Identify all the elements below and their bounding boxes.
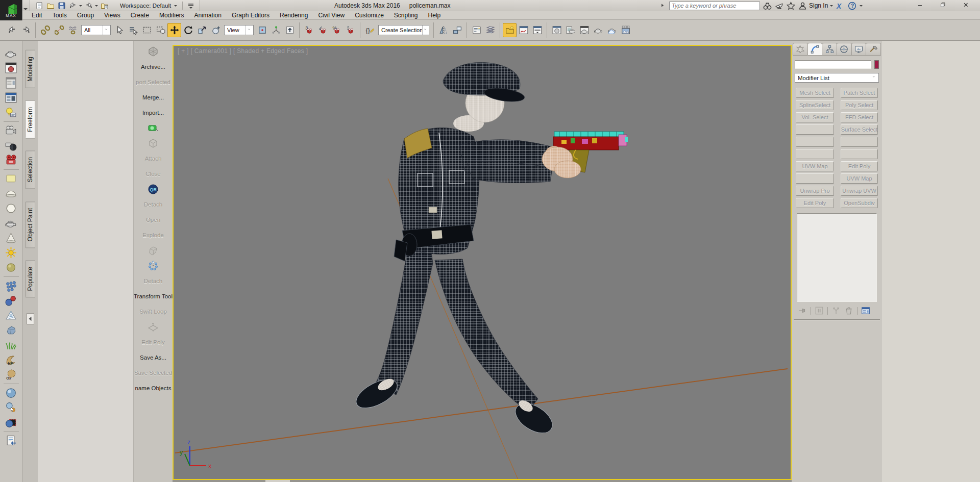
exchange-apps-icon[interactable]: X <box>836 2 845 10</box>
close-button[interactable] <box>955 0 978 10</box>
undo-button[interactable] <box>68 1 78 10</box>
teapot-button[interactable] <box>4 46 19 60</box>
ribbon-tab-selection[interactable]: Selection <box>25 150 35 189</box>
named-selection-dropdown[interactable]: Create Selection Se <box>378 25 429 35</box>
tab-motion[interactable] <box>837 43 852 56</box>
modifier-button-poly-select[interactable]: Poly Select <box>841 100 878 110</box>
coordinate-system-dropdown[interactable]: View <box>224 25 254 35</box>
keyboard-override-button[interactable] <box>283 23 297 37</box>
application-menu-caret-icon[interactable] <box>23 8 28 12</box>
render-setup-button[interactable] <box>564 23 577 37</box>
render-production-button[interactable] <box>591 23 605 37</box>
redo-button[interactable] <box>19 23 33 37</box>
modifier-list-dropdown[interactable]: Modifier List <box>795 73 879 83</box>
modifier-button-unwrap-uvw[interactable]: Unwrap UVW <box>841 186 878 196</box>
redo-button[interactable] <box>84 1 93 10</box>
ribbon-button-attach[interactable]: Attach <box>134 151 173 166</box>
application-menu-button[interactable]: MAX <box>0 0 22 20</box>
wire-cube-button[interactable] <box>134 243 173 258</box>
window-crossing-button[interactable] <box>154 23 167 37</box>
menu-customize[interactable]: Customize <box>350 11 389 19</box>
save-file-button[interactable] <box>57 1 66 10</box>
light-lister-button[interactable] <box>4 106 19 119</box>
layer-manager-button[interactable] <box>470 23 483 37</box>
help-icon[interactable]: ? <box>848 2 856 10</box>
material-editor-button[interactable] <box>550 23 564 37</box>
sign-in-button[interactable]: Sign In <box>798 2 833 10</box>
modifier-button-mesh-select[interactable]: Mesh Select <box>796 88 834 98</box>
selection-filter-dropdown[interactable]: All <box>81 25 111 35</box>
menu-scripting[interactable]: Scripting <box>389 11 423 19</box>
menu-views[interactable]: Views <box>99 11 126 19</box>
make-unique-button[interactable] <box>831 306 841 315</box>
modifier-button-edit-poly[interactable]: Edit Poly <box>841 161 878 171</box>
ribbon-button-close[interactable]: Close <box>134 166 173 182</box>
menu-rendering[interactable]: Rendering <box>275 11 313 19</box>
ribbon-button-swift-loop[interactable]: Swift Loop <box>134 304 173 319</box>
curve-editor-button[interactable] <box>517 23 530 37</box>
modifier-button-empty[interactable] <box>796 124 834 135</box>
ribbon-tab-modeling[interactable]: Modeling <box>25 50 35 88</box>
ribbon-collapse-button[interactable] <box>27 313 34 324</box>
sphere-select-button[interactable] <box>4 416 19 429</box>
configure-modifier-sets-button[interactable] <box>861 306 870 315</box>
rendered-frame-button[interactable] <box>4 61 19 75</box>
remove-modifier-button[interactable] <box>844 306 853 315</box>
viewport[interactable]: z y x [ + ] [ Camera001 ] [ Shaded + Edg… <box>173 45 792 480</box>
select-and-move-button[interactable] <box>167 23 181 37</box>
modifier-stack-list[interactable] <box>797 213 877 302</box>
undo-button[interactable] <box>5 23 19 37</box>
teapot-wire-button[interactable] <box>4 216 19 230</box>
menu-group[interactable]: Group <box>72 11 99 19</box>
search-expander-icon[interactable] <box>660 3 666 9</box>
cone-primitive-button[interactable] <box>4 231 19 245</box>
grass-button[interactable] <box>4 338 19 352</box>
dots-circle-button[interactable] <box>134 258 173 273</box>
ribbon-button-explode[interactable]: Explode <box>134 227 173 243</box>
ox-fur-button[interactable]: Ox <box>4 368 19 382</box>
modifier-button-empty[interactable] <box>841 149 878 159</box>
scene-explorer-button[interactable] <box>483 23 497 37</box>
select-and-place-button[interactable] <box>209 23 223 37</box>
tab-hierarchy[interactable] <box>822 43 837 56</box>
unlink-selection-button[interactable] <box>52 23 66 37</box>
modifier-button-empty[interactable] <box>796 173 834 184</box>
plane-move-button[interactable] <box>134 319 173 335</box>
sphere-button[interactable] <box>4 386 19 400</box>
new-file-button[interactable] <box>34 1 44 10</box>
glow-sphere-button[interactable] <box>4 261 19 274</box>
circle-primitive-button[interactable] <box>4 201 19 215</box>
menu-tools[interactable]: Tools <box>47 11 72 19</box>
search-input[interactable] <box>669 2 760 10</box>
menu-help[interactable]: Help <box>423 11 446 19</box>
render-in-cloud-button[interactable] <box>605 23 619 37</box>
ribbon-button-name-objects[interactable]: name Objects <box>134 380 173 396</box>
undo-caret-icon[interactable] <box>79 5 82 8</box>
modifier-button-empty[interactable] <box>796 149 834 159</box>
align-button[interactable] <box>450 23 464 37</box>
redo-caret-icon[interactable] <box>95 5 98 8</box>
terrain-button[interactable] <box>4 309 19 322</box>
ribbon-button-archive-[interactable]: Archive... <box>134 59 173 74</box>
ribbon-button-save-as-[interactable]: Save As... <box>134 350 173 365</box>
favorites-icon[interactable] <box>787 2 795 10</box>
policeman-model[interactable] <box>352 62 628 439</box>
ribbon-button-edit-poly[interactable]: Edit Poly <box>134 335 173 350</box>
menu-animation[interactable]: Animation <box>189 11 227 19</box>
ribbon-button-merge-[interactable]: Merge... <box>134 90 173 105</box>
ribbon-tab-populate[interactable]: Populate <box>25 260 35 297</box>
ribbon-button-detach[interactable]: Detach <box>134 197 173 212</box>
render-dialog-button[interactable] <box>4 76 19 90</box>
menu-graph-editors[interactable]: Graph Editors <box>227 11 275 19</box>
menu-modifiers[interactable]: Modifiers <box>154 11 189 19</box>
menu-civil-view[interactable]: Civil View <box>313 11 350 19</box>
ribbon-tab-object-paint[interactable]: Object Paint <box>25 201 35 248</box>
ribbon-button-open[interactable]: Open <box>134 212 173 227</box>
modifier-button-unwrap-pro[interactable]: Unwrap Pro <box>796 186 834 196</box>
spinner-snap-button[interactable] <box>344 23 357 37</box>
geosphere-button[interactable] <box>134 44 173 59</box>
workspace-dropdown[interactable]: Workspace: Default <box>118 2 179 9</box>
dope-sheet-button[interactable] <box>530 23 544 37</box>
tab-utilities[interactable] <box>866 43 881 56</box>
modifier-button-empty[interactable] <box>796 137 834 147</box>
